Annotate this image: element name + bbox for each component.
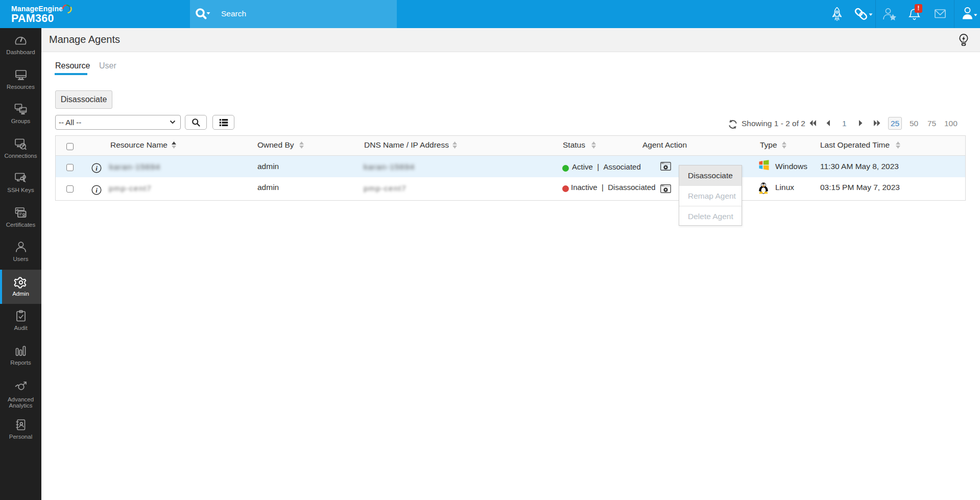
svg-text:i: i xyxy=(95,164,98,172)
svg-text:i: i xyxy=(95,186,98,194)
